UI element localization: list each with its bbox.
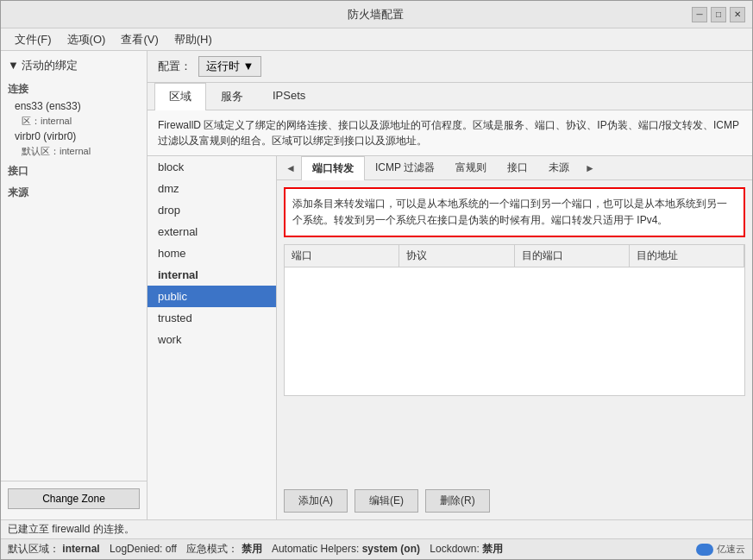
zone-home[interactable]: home [147, 242, 276, 264]
sidebar-ens33-zone: 区：internal [1, 114, 147, 129]
zone-internal[interactable]: internal [147, 264, 276, 286]
menu-options[interactable]: 选项(O) [60, 30, 113, 49]
config-label: 配置： [158, 59, 191, 74]
sidebar-ens33[interactable]: ens33 (ens33) [1, 98, 147, 114]
zone-trusted[interactable]: trusted [147, 307, 276, 329]
config-bar: 配置： 运行时 ▼ [147, 51, 752, 83]
port-forward-description: 添加条目来转发端口，可以是从本地系统的一个端口到另一个端口，也可以是从本地系统到… [284, 187, 745, 237]
sub-tab-source[interactable]: 未源 [538, 156, 580, 179]
menu-file[interactable]: 文件(F) [8, 30, 59, 49]
delete-button[interactable]: 删除(R) [425, 489, 490, 513]
window-controls: ─ □ ✕ [692, 7, 745, 22]
tab-ipsets[interactable]: IPSets [258, 83, 320, 110]
status-bar-bottom: 默认区域： internal LogDenied: off 应急模式： 禁用 A… [1, 538, 752, 559]
zone-external[interactable]: external [147, 221, 276, 242]
cloud-icon [696, 544, 713, 556]
log-denied-value: off [166, 543, 177, 555]
status-bar: 已建立至 firewalld 的连接。 [1, 519, 752, 538]
sub-tab-rich-rules[interactable]: 富规则 [445, 156, 497, 179]
bottom-buttons: 添加(A) 编辑(E) 删除(R) [277, 482, 752, 519]
sub-tab-left-arrow[interactable]: ◄ [280, 159, 301, 178]
default-zone-label: 默认区域： [8, 543, 60, 555]
change-zone-button[interactable]: Change Zone [8, 488, 140, 509]
sub-tab-right-arrow[interactable]: ► [580, 159, 600, 178]
brand-area: 亿速云 [696, 543, 745, 556]
sidebar-virbr0[interactable]: virbr0 (virbr0) [1, 129, 147, 144]
tab-zone[interactable]: 区域 [154, 83, 206, 110]
menu-help[interactable]: 帮助(H) [167, 30, 219, 49]
maximize-button[interactable]: □ [711, 7, 726, 22]
default-zone-value: internal [62, 543, 99, 555]
zone-list: block dmz drop external home internal pu… [147, 156, 277, 519]
sidebar: ▼ 活动的绑定 连接 ens33 (ens33) 区：internal virb… [1, 51, 147, 519]
source-group-label: 来源 [1, 180, 147, 202]
sidebar-virbr0-zone: 默认区：internal [1, 144, 147, 159]
menu-bar: 文件(F) 选项(O) 查看(V) 帮助(H) [1, 28, 752, 51]
add-button[interactable]: 添加(A) [284, 489, 348, 513]
brand-label: 亿速云 [717, 543, 745, 556]
zone-dmz[interactable]: dmz [147, 178, 276, 199]
sidebar-bottom: Change Zone [1, 481, 147, 516]
sub-tab-interface[interactable]: 接口 [497, 156, 538, 179]
minimize-button[interactable]: ─ [692, 7, 707, 22]
table-header: 端口 协议 目的端口 目的地址 [284, 244, 745, 267]
main-window: 防火墙配置 ─ □ ✕ 文件(F) 选项(O) 查看(V) 帮助(H) ▼ 活动… [0, 0, 753, 560]
config-dropdown[interactable]: 运行时 ▼ [198, 56, 261, 77]
table-body [284, 267, 745, 396]
lockdown-value: 禁用 [482, 543, 503, 555]
table-col-dest-addr: 目的地址 [630, 245, 744, 267]
table-col-port: 端口 [285, 245, 399, 267]
log-denied-label: LogDenied: [110, 543, 162, 555]
connection-group-label: 连接 [1, 77, 147, 98]
main-tabs: 区域 服务 IPSets [147, 83, 752, 110]
sub-tab-port-forward[interactable]: 端口转发 [301, 156, 365, 180]
content-area: ▼ 活动的绑定 连接 ens33 (ens33) 区：internal virb… [1, 51, 752, 519]
table-col-dest-port: 目的端口 [515, 245, 630, 267]
lockdown-label: Lockdown: [430, 543, 479, 555]
active-binding-header[interactable]: ▼ 活动的绑定 [1, 54, 147, 77]
close-button[interactable]: ✕ [730, 7, 745, 22]
tab-service[interactable]: 服务 [206, 83, 258, 110]
zone-panel: ◄ 端口转发 ICMP 过滤器 富规则 接口 未源 ► 添加条目来转发端口，可以… [277, 156, 752, 519]
sub-tab-icmp-filter[interactable]: ICMP 过滤器 [365, 156, 445, 179]
emergency-value: 禁用 [242, 543, 262, 555]
menu-view[interactable]: 查看(V) [114, 30, 165, 49]
edit-button[interactable]: 编辑(E) [355, 489, 418, 513]
title-bar: 防火墙配置 ─ □ ✕ [1, 1, 752, 28]
zone-block[interactable]: block [147, 156, 276, 178]
main-panel: 配置： 运行时 ▼ 区域 服务 IPSets FirewallD 区域定义了绑定… [147, 51, 752, 519]
zone-work[interactable]: work [147, 329, 276, 350]
status-details: 默认区域： internal LogDenied: off 应急模式： 禁用 A… [8, 542, 503, 557]
auto-helpers-label: Automatic Helpers: [272, 543, 359, 555]
zone-drop[interactable]: drop [147, 199, 276, 221]
sub-tabs-row: ◄ 端口转发 ICMP 过滤器 富规则 接口 未源 ► [277, 156, 752, 180]
interface-group-label: 接口 [1, 159, 147, 180]
table-area: 端口 协议 目的端口 目的地址 [284, 244, 745, 482]
zone-content: block dmz drop external home internal pu… [147, 156, 752, 519]
auto-helpers-value: system (on) [362, 543, 420, 555]
zone-public[interactable]: public [147, 286, 276, 307]
description-area: FirewallD 区域定义了绑定的网络连接、接口以及源地址的可信程度。区域是服… [147, 110, 752, 156]
emergency-label: 应急模式： [186, 543, 238, 555]
window-title: 防火墙配置 [60, 7, 692, 22]
table-col-protocol: 协议 [399, 245, 514, 267]
